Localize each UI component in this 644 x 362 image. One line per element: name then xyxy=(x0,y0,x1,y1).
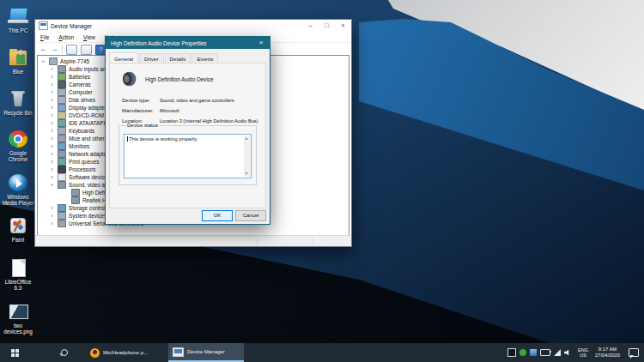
chevron-right-icon[interactable] xyxy=(49,112,55,118)
system-tray: ENGUS 9:17 AM27/04/2020 xyxy=(507,343,644,362)
status-bar xyxy=(35,235,351,246)
chevron-right-icon[interactable] xyxy=(49,81,55,87)
field-value: Microsoft xyxy=(160,108,179,113)
field-value: Location 3 (Internal High Definition Aud… xyxy=(160,118,258,124)
back-icon[interactable]: ← xyxy=(39,45,47,53)
tray-antivirus-icon[interactable] xyxy=(519,349,526,356)
dialog-title: High Definition Audio Device Properties xyxy=(106,40,252,46)
ok-button[interactable]: OK xyxy=(202,210,233,221)
speaker-icon xyxy=(58,181,66,189)
desktop-icon-windows-media-player[interactable]: Windows Media Player xyxy=(2,173,34,206)
tray-date: 27/04/2020 xyxy=(595,353,620,359)
keyboard-icon xyxy=(58,127,66,135)
desktop-icon-label: Paint xyxy=(2,237,34,243)
desktop-icon-this-pc[interactable]: This PC xyxy=(2,7,34,33)
computer-icon xyxy=(58,212,66,220)
tray-app-window-icon[interactable] xyxy=(507,348,516,357)
language-indicator[interactable]: ENGUS xyxy=(578,347,588,358)
action-center-icon[interactable] xyxy=(629,348,639,357)
volume-icon[interactable] xyxy=(564,349,571,356)
device-manager-icon xyxy=(173,347,184,357)
scroll-down-icon xyxy=(245,172,248,175)
chevron-right-icon[interactable] xyxy=(49,136,55,142)
properties-icon[interactable] xyxy=(81,45,92,55)
textarea-scrollbar[interactable] xyxy=(244,136,250,177)
forward-icon[interactable]: → xyxy=(51,45,58,53)
desktop-icon-recycle-bin[interactable]: Recycle Bin xyxy=(2,89,34,116)
chevron-right-icon[interactable] xyxy=(49,159,55,165)
user-folder-icon xyxy=(8,48,28,67)
speaker-icon xyxy=(71,196,80,204)
chevron-right-icon[interactable] xyxy=(49,128,55,134)
maximize-button[interactable]: □ xyxy=(319,20,335,32)
taskbar-task-device-manager[interactable]: Device Manager xyxy=(168,343,244,362)
media-player-icon xyxy=(8,173,28,192)
desktop-icon-label: Windows Media Player xyxy=(2,194,34,206)
chevron-right-icon[interactable] xyxy=(49,151,55,157)
chevron-right-icon[interactable] xyxy=(49,66,55,72)
disk-icon xyxy=(58,96,66,104)
chevron-right-icon[interactable] xyxy=(49,105,55,111)
device-name: High Definition Audio Device xyxy=(145,76,213,82)
firefox-icon xyxy=(90,348,100,358)
device-status-text: This device is working properly. xyxy=(129,136,197,142)
chevron-right-icon[interactable] xyxy=(49,205,55,211)
menu-view[interactable]: View xyxy=(83,34,95,40)
chevron-down-icon[interactable] xyxy=(49,182,55,188)
network-adapter-icon xyxy=(58,150,66,158)
start-button[interactable] xyxy=(0,343,29,362)
general-tab-page: High Definition Audio Device Device type… xyxy=(109,63,266,208)
computer-icon xyxy=(49,57,58,65)
scroll-up-icon xyxy=(245,137,248,140)
chevron-right-icon[interactable] xyxy=(49,220,55,226)
this-pc-icon xyxy=(8,7,28,26)
menu-action[interactable]: Action xyxy=(58,34,74,40)
chevron-down-icon[interactable] xyxy=(40,58,46,64)
dvd-drive-icon xyxy=(58,112,66,119)
monitor-icon xyxy=(58,142,66,150)
close-icon[interactable]: × xyxy=(252,37,270,49)
show-console-tree-icon[interactable] xyxy=(66,45,77,55)
desktop-icon-paint[interactable]: Paint xyxy=(2,216,34,243)
text-caret xyxy=(127,136,128,142)
device-status-textarea[interactable]: This device is working properly. xyxy=(124,134,252,178)
speaker-icon xyxy=(58,65,66,73)
chevron-right-icon[interactable] xyxy=(49,89,55,95)
minimize-button[interactable]: – xyxy=(302,20,319,32)
libreoffice-icon xyxy=(8,258,28,277)
tray-app-icon[interactable] xyxy=(530,349,537,356)
battery-icon[interactable] xyxy=(540,349,550,356)
taskbar-search-button[interactable] xyxy=(50,343,79,362)
properties-dialog: High Definition Audio Device Properties … xyxy=(105,36,270,225)
desktop-icon-libreoffice[interactable]: LibreOffice 6.3 xyxy=(2,258,34,291)
chevron-right-icon[interactable] xyxy=(49,166,55,172)
desktop-icon-two-devices-png[interactable]: two devices.png xyxy=(2,302,34,335)
cancel-button[interactable]: Cancel xyxy=(235,210,266,221)
chevron-right-icon[interactable] xyxy=(49,143,55,149)
chevron-right-icon[interactable] xyxy=(49,74,55,80)
camera-icon xyxy=(58,81,66,88)
storage-controller-icon xyxy=(58,204,66,212)
menu-file[interactable]: File xyxy=(40,34,49,40)
desktop-icon-label: two devices.png xyxy=(2,323,34,335)
task-label: Mic/Headphone p... xyxy=(103,350,148,355)
chevron-right-icon[interactable] xyxy=(49,213,55,219)
dialog-titlebar[interactable]: High Definition Audio Device Properties … xyxy=(106,37,270,49)
ide-controller-icon xyxy=(58,119,66,127)
clock[interactable]: 9:17 AM27/04/2020 xyxy=(595,347,620,359)
device-manager-titlebar[interactable]: Device Manager – □ × xyxy=(35,20,351,32)
taskbar: Mic/Headphone p... Device Manager ENGUS … xyxy=(0,343,644,362)
desktop-icon-label: LibreOffice 6.3 xyxy=(2,279,34,291)
processor-icon xyxy=(58,166,66,173)
desktop-icon-google-chrome[interactable]: Google Chrome xyxy=(2,130,34,162)
windows-logo-icon xyxy=(11,349,19,357)
network-signal-icon[interactable] xyxy=(554,349,561,356)
taskbar-task-firefox[interactable]: Mic/Headphone p... xyxy=(86,343,161,362)
close-button[interactable]: × xyxy=(335,20,351,32)
desktop-icon-user-folder[interactable]: Blue xyxy=(2,48,34,75)
desktop-icon-label: Recycle Bin xyxy=(2,110,34,116)
chevron-right-icon[interactable] xyxy=(49,97,55,103)
field-label: Device type: xyxy=(122,98,160,103)
chevron-right-icon[interactable] xyxy=(49,174,55,180)
chevron-right-icon[interactable] xyxy=(49,120,55,126)
